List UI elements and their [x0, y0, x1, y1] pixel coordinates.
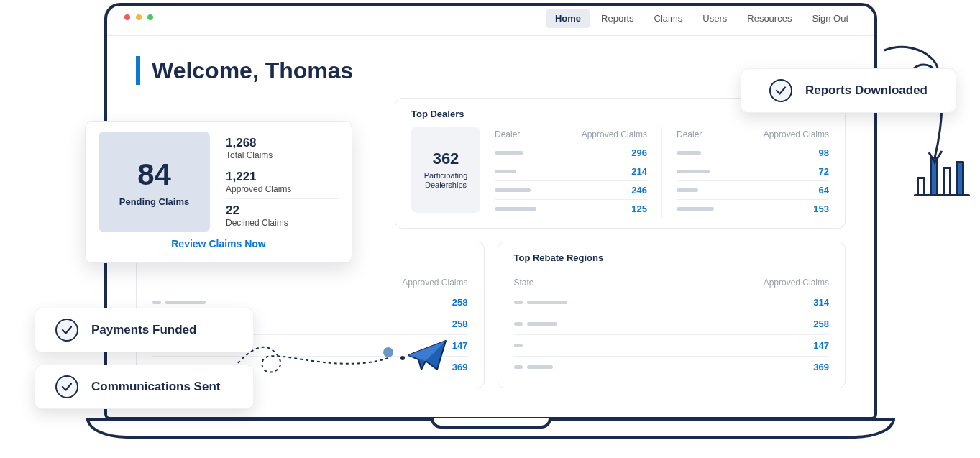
reports-downloaded-label: Reports Downloaded [805, 83, 928, 98]
list-item: 147 [514, 335, 830, 357]
page-title: Welcome, Thomas [152, 58, 353, 84]
nav-home[interactable]: Home [546, 9, 590, 28]
region-value: 369 [813, 362, 829, 372]
table-row: 72 [677, 162, 829, 181]
participating-dealerships-box: 362 Participating Dealerships [411, 127, 480, 213]
declined-claims-value: 22 [226, 203, 339, 218]
dealer-col-2: Dealer Approved Claims 98 72 64 153 [661, 127, 829, 218]
table-row: 153 [677, 200, 829, 218]
dealer-value: 246 [631, 185, 647, 196]
dealer-value: 153 [813, 203, 829, 214]
claims-summary-card: 84 Pending Claims 1,268Total Claims 1,22… [85, 121, 352, 263]
total-claims-value: 1,268 [226, 136, 339, 150]
region-value: 147 [813, 340, 829, 351]
payments-funded-label: Payments Funded [91, 323, 196, 337]
top-regions-panel: Top Rebate Regions State Approved Claims… [498, 242, 846, 388]
table-row: 64 [677, 181, 829, 200]
dealer-value: 72 [819, 166, 829, 177]
sku-value: 258 [452, 297, 468, 308]
table-row: 296 [495, 144, 647, 162]
dealer-col-1: Dealer Approved Claims 296 214 246 125 [495, 127, 647, 218]
top-dealers-panel: Top Dealers 362 Participating Dealership… [395, 98, 846, 229]
dealer-value: 214 [631, 166, 647, 177]
welcome-heading: Welcome, Thomas [136, 56, 846, 85]
table-row: 125 [495, 200, 647, 218]
sku-value: 369 [452, 362, 468, 372]
approved-claims-value: 1,221 [226, 170, 339, 184]
check-icon [55, 319, 78, 342]
dealer-value: 64 [819, 185, 829, 196]
nav-reports[interactable]: Reports [592, 9, 643, 28]
sku-value: 147 [452, 340, 468, 351]
nav-resources[interactable]: Resources [738, 9, 800, 28]
declined-claims-label: Declined Claims [226, 218, 339, 228]
communications-sent-pill: Communications Sent [35, 365, 254, 409]
region-value: 258 [813, 319, 829, 329]
payments-funded-pill: Payments Funded [35, 308, 254, 352]
dealer-col-head-claims: Approved Claims [764, 129, 829, 139]
list-item: 369 [514, 357, 830, 377]
dealer-value: 125 [631, 203, 647, 214]
top-skus-col-head: Approved Claims [402, 278, 467, 288]
pending-claims-box: 84 Pending Claims [99, 132, 210, 232]
dealer-col-head-claims: Approved Claims [582, 129, 647, 139]
reports-downloaded-pill: Reports Downloaded [741, 68, 956, 113]
table-row: 98 [677, 144, 829, 162]
pending-claims-label: Pending Claims [119, 196, 190, 207]
dealer-col-head-dealer: Dealer [495, 129, 520, 139]
participating-dealerships-label: Participating Dealerships [411, 171, 480, 190]
table-row: 214 [495, 162, 647, 181]
laptop-base [86, 418, 895, 439]
communications-sent-label: Communications Sent [91, 380, 220, 394]
region-value: 314 [813, 297, 829, 308]
nav-claims[interactable]: Claims [646, 9, 692, 28]
sku-value: 258 [452, 319, 468, 329]
top-regions-title: Top Rebate Regions [514, 252, 830, 263]
approved-claims-label: Approved Claims [226, 184, 339, 194]
list-item: 258 [514, 313, 830, 335]
table-row: 246 [495, 181, 647, 200]
dealer-value: 98 [819, 147, 829, 158]
pending-claims-value: 84 [137, 157, 171, 192]
review-claims-link[interactable]: Review Claims Now [99, 232, 339, 249]
participating-dealerships-value: 362 [433, 150, 459, 168]
nav-signout[interactable]: Sign Out [803, 9, 857, 28]
top-nav: Home Reports Claims Users Resources Sign… [107, 9, 874, 36]
total-claims-label: Total Claims [226, 150, 339, 160]
dealer-value: 296 [631, 147, 647, 158]
top-regions-col-head-claims: Approved Claims [764, 278, 829, 288]
check-icon [769, 79, 792, 102]
nav-users[interactable]: Users [694, 9, 736, 28]
check-icon [55, 375, 78, 398]
dealer-col-head-dealer: Dealer [677, 129, 702, 139]
top-regions-col-head-state: State [514, 278, 534, 288]
list-item: 314 [514, 292, 830, 313]
